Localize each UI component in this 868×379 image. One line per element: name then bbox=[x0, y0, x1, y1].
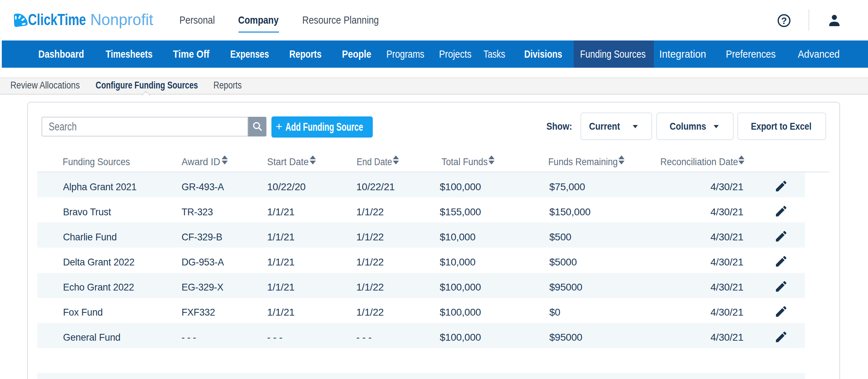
svg-text:?: ? bbox=[781, 15, 787, 26]
